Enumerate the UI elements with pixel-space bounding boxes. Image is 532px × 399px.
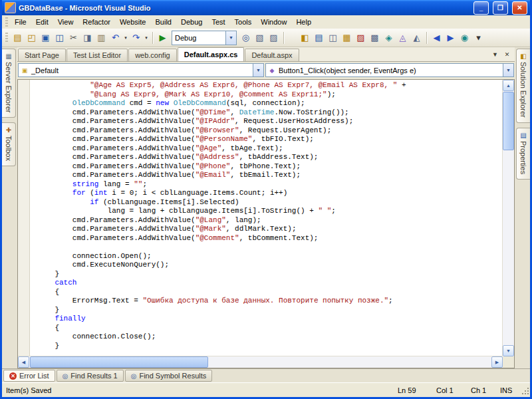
vertical-scrollbar[interactable]: ▲ ▼ (502, 80, 514, 356)
menu-build[interactable]: Build (150, 17, 176, 27)
side-tab-toolbox[interactable]: ✚Toolbox (2, 122, 16, 166)
find-in-files-icon[interactable]: ◎ (239, 31, 253, 45)
code-line: cmd.Parameters.AddWithValue("@Mark", ddl… (37, 225, 502, 234)
code-editor[interactable]: "@Age AS Expr5, @Address AS Expr6, @Phon… (17, 79, 515, 368)
undo-dropdown-icon[interactable]: ▾ (122, 31, 129, 45)
tab-web-config[interactable]: web.config (128, 49, 177, 61)
document-outline-icon[interactable]: ◭ (410, 31, 424, 45)
side-tab-server-explorer[interactable]: ▦Server Explorer (2, 49, 16, 118)
bottom-tab-find-symbol-results[interactable]: ◎Find Symbol Results (125, 370, 213, 382)
code-line: string lang = ""; (37, 180, 502, 190)
add-new-item-icon[interactable]: ▤ (11, 31, 25, 45)
toolbar: ▤◰▣◫✂◨▥↶▾↷▾ ▶ Debug ▼ ◎▧▨ ◧▤◫▦▨▩◈◬◭ ◀▶◉▾ (2, 29, 530, 47)
resize-grip[interactable] (520, 386, 529, 395)
bottom-tab-find-results-1[interactable]: ◎Find Results 1 (57, 370, 124, 382)
editor-column: Start PageTest List Editorweb.configDefa… (17, 47, 515, 368)
menu-file[interactable]: File (10, 17, 31, 27)
types-dropdown[interactable]: ▣ _Default ▼ (18, 63, 264, 77)
code-lines[interactable]: "@Age AS Expr5, @Address AS Expr6, @Phon… (37, 81, 502, 356)
tab-default-aspx-cs[interactable]: Default.aspx.cs (178, 47, 245, 61)
scroll-up-icon[interactable]: ▲ (503, 80, 514, 91)
horizontal-scrollbar-thumb[interactable] (30, 356, 208, 368)
menu-test[interactable]: Test (207, 17, 229, 27)
scroll-down-icon[interactable]: ▼ (503, 345, 514, 356)
menu-window[interactable]: Window (256, 17, 291, 27)
toolbar-overflow-icon[interactable]: ▾ (471, 31, 485, 45)
menu-view[interactable]: View (53, 17, 78, 27)
code-line: cmd.Parameters.AddWithValue("@Browser", … (37, 126, 502, 136)
redo-dropdown-icon[interactable]: ▾ (143, 31, 150, 45)
scroll-right-icon[interactable]: ▶ (491, 356, 503, 368)
debug-config-dropdown-icon[interactable]: ▼ (225, 31, 236, 45)
open-file-icon[interactable]: ◰ (25, 31, 39, 45)
members-dropdown[interactable]: ◆ Button1_Click(object sender, EventArgs… (265, 63, 514, 77)
types-dropdown-arrow-icon[interactable]: ▼ (253, 64, 263, 76)
navigate-forward-icon[interactable]: ▶ (444, 31, 458, 45)
redo-icon[interactable]: ↷ (129, 31, 143, 45)
code-line (37, 243, 502, 252)
toolbar-grip[interactable] (5, 33, 8, 43)
status-character: Ch 1 (471, 386, 500, 394)
immediate-window-icon[interactable]: ▨ (267, 31, 281, 45)
menu-website[interactable]: Website (115, 17, 151, 27)
toolbox-icon[interactable]: ▦ (340, 31, 354, 45)
start-debug-icon[interactable]: ▶ (156, 31, 170, 45)
menu-debug[interactable]: Debug (176, 17, 207, 27)
toolbar-group-file: ▤◰▣◫✂◨▥↶▾↷▾ (11, 31, 150, 45)
horizontal-scrollbar[interactable]: ◀ ▶ (18, 356, 503, 368)
code-line: for (int i = 0; i < cblLanguage.Items.Co… (37, 189, 502, 198)
members-dropdown-arrow-icon[interactable]: ▼ (503, 64, 513, 76)
properties-window-icon[interactable]: ▤ (312, 31, 326, 45)
menu-edit[interactable]: Edit (31, 17, 53, 27)
code-line: if (cblLanguage.Items[i].Selected) (37, 198, 502, 207)
cut-icon[interactable]: ✂ (66, 31, 80, 45)
paste-icon[interactable]: ▥ (94, 31, 108, 45)
app-icon (5, 2, 16, 13)
find-results-icon: ◎ (131, 372, 137, 380)
active-files-dropdown-icon[interactable]: ▼ (490, 50, 500, 59)
toolbar-group-debug: ▶ (156, 31, 170, 45)
undo-icon[interactable]: ↶ (108, 31, 122, 45)
menu-refactor[interactable]: Refactor (78, 17, 115, 27)
navigate-backward-icon[interactable]: ◀ (430, 31, 444, 45)
close-button[interactable]: ✕ (512, 1, 527, 15)
solution-explorer-icon[interactable]: ◧ (298, 31, 312, 45)
error-list-icon[interactable]: ▨ (354, 31, 368, 45)
class-view-icon[interactable]: ◬ (396, 31, 410, 45)
tab-start-page[interactable]: Start Page (18, 49, 66, 61)
code-line: OleDbCommand cmd = new OleDbCommand(sql,… (37, 99, 502, 108)
code-line: cmd.Parameters.AddWithValue("@Age", tbAg… (37, 144, 502, 154)
vertical-scrollbar-thumb[interactable] (503, 92, 514, 150)
bottom-tab-error-list[interactable]: ✕Error List (3, 370, 55, 382)
command-window-icon[interactable]: ▧ (253, 31, 267, 45)
save-all-icon[interactable]: ◫ (53, 31, 66, 45)
copy-icon[interactable]: ◨ (80, 31, 94, 45)
maximize-button[interactable]: ❒ (493, 1, 508, 15)
tab-test-list-editor[interactable]: Test List Editor (66, 49, 128, 61)
menu-tools[interactable]: Tools (230, 17, 257, 27)
object-browser-icon[interactable]: ◫ (326, 31, 340, 45)
bottom-tab-label: Find Results 1 (70, 372, 117, 380)
web-browser-icon[interactable]: ◉ (458, 31, 471, 45)
debug-config-combobox[interactable]: Debug ▼ (172, 31, 237, 45)
save-icon[interactable]: ▣ (39, 31, 53, 45)
navigation-bar: ▣ _Default ▼ ◆ Button1_Click(object send… (17, 62, 515, 79)
debug-config-value: Debug (172, 34, 225, 42)
side-tab-properties[interactable]: ▤Properties (516, 128, 530, 180)
menu-grip[interactable] (5, 17, 8, 27)
tab-default-aspx[interactable]: Default.aspx (245, 49, 299, 61)
toolbox-icon: ✚ (6, 126, 11, 134)
close-document-icon[interactable]: ✕ (502, 50, 512, 59)
status-bar: Item(s) Saved Ln 59 Col 1 Ch 1 INS (2, 382, 530, 397)
code-line: cmd.Parameters.AddWithValue("@Lang", lan… (37, 216, 502, 225)
scroll-left-icon[interactable]: ◀ (18, 356, 29, 368)
minimize-button[interactable]: _ (473, 1, 489, 15)
output-window-icon[interactable]: ▩ (368, 31, 382, 45)
start-page-icon[interactable]: ◈ (382, 31, 396, 45)
left-dock-strip: ▦Server Explorer✚Toolbox (2, 47, 17, 368)
document-tab-strip: Start PageTest List Editorweb.configDefa… (17, 47, 515, 62)
solution-explorer-icon: ◧ (520, 53, 526, 60)
menu-help[interactable]: Help (291, 17, 316, 27)
code-line: cmd.ExecuteNonQuery(); (37, 261, 502, 270)
side-tab-solution-explorer[interactable]: ◧Solution Explorer (516, 49, 530, 123)
